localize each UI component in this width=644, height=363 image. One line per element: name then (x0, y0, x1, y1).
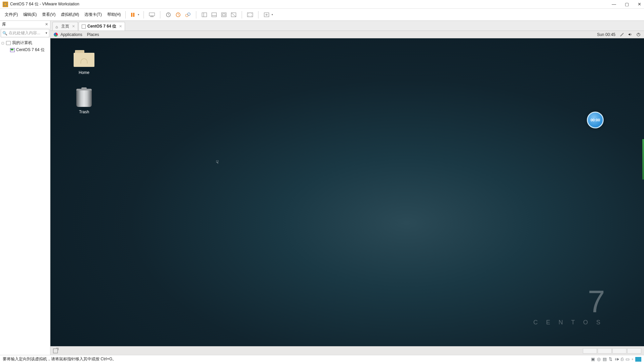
status-chip (598, 348, 612, 354)
chevron-down-icon[interactable]: ▾ (272, 13, 273, 16)
snapshot-take-icon[interactable] (165, 11, 172, 18)
minimize-button[interactable]: — (612, 2, 616, 7)
usb-icon[interactable]: ⇅ (609, 357, 612, 362)
layout-side-icon[interactable] (201, 11, 208, 18)
status-text: 要将输入定向到该虚拟机，请将鼠标指针移入其中或按 Ctrl+G。 (3, 356, 116, 362)
menu-help[interactable]: 帮助(H) (105, 10, 124, 19)
tab-centos[interactable]: CentOS 7 64 位 ✕ (79, 22, 125, 31)
status-chip (612, 348, 627, 354)
maximize-button[interactable]: ▢ (625, 2, 629, 7)
separator (144, 11, 144, 18)
tree-root-my-computer[interactable]: ▢ 我的计算机 (0, 39, 50, 46)
svg-rect-1 (133, 13, 134, 17)
network-adapter-icon[interactable]: ▤ (603, 357, 607, 362)
svg-point-7 (188, 13, 190, 15)
gnome-right: Sun 00:45 (597, 32, 641, 37)
gnome-top-bar: Applications Places Sun 00:45 (50, 31, 644, 38)
toolbar: ▾ ▾ (129, 11, 273, 18)
home-icon: ⌂ (55, 25, 59, 29)
content-area: 库 ✕ 🔍 在此处键入内容... ▼ ▢ 我的计算机 CentOS 7 64 位… (0, 21, 644, 355)
svg-line-15 (231, 13, 236, 17)
edge-handle[interactable] (642, 139, 644, 179)
display-icon[interactable]: ▭ (626, 357, 630, 362)
tree-vm-label: CentOS 7 64 位 (16, 47, 45, 53)
status-chips (583, 348, 641, 354)
cd-icon[interactable]: ◎ (597, 357, 601, 362)
title-bar: CentOS 7 64 位 - VMware Workstation — ▢ ✕ (0, 0, 644, 9)
layout-bottom-icon[interactable] (210, 11, 218, 18)
centos-version: 7 (533, 289, 604, 314)
tab-close-icon[interactable]: ✕ (119, 24, 122, 29)
separator (258, 11, 258, 18)
send-ctrl-alt-del-icon[interactable] (148, 11, 156, 18)
snapshot-revert-icon[interactable] (174, 11, 182, 18)
tab-centos-label: CentOS 7 64 位 (87, 24, 116, 29)
separator (196, 11, 196, 18)
gnome-clock[interactable]: Sun 00:45 (597, 32, 615, 37)
separator (125, 11, 126, 18)
menu-file[interactable]: 文件(F) (2, 10, 21, 19)
floppy-icon[interactable]: ▫ (632, 357, 633, 362)
menu-bar: 文件(F) 编辑(E) 查看(V) 虚拟机(M) 选项卡(T) 帮助(H) (0, 10, 123, 19)
chevron-down-icon[interactable]: ▼ (45, 32, 48, 35)
desktop-trash-icon[interactable]: Trash (67, 89, 101, 114)
main-area: ⌂ 主页 ✕ CentOS 7 64 位 ✕ Applications Plac… (50, 21, 644, 355)
menu-view[interactable]: 查看(V) (39, 10, 58, 19)
desktop-trash-label: Trash (67, 110, 101, 114)
vm-tabs: ⌂ 主页 ✕ CentOS 7 64 位 ✕ (50, 21, 644, 31)
gnome-applications-menu[interactable]: Applications (61, 32, 82, 37)
printer-icon[interactable]: ⎙ (621, 357, 623, 362)
separator (160, 11, 160, 18)
menu-vm[interactable]: 虚拟机(M) (58, 10, 82, 19)
menu-toolbar-row: 文件(F) 编辑(E) 查看(V) 虚拟机(M) 选项卡(T) 帮助(H) ▾ (0, 9, 644, 21)
window-title: CentOS 7 64 位 - VMware Workstation (10, 1, 79, 7)
desktop-home-label: Home (67, 70, 101, 75)
folder-icon (74, 50, 94, 67)
stretch-icon[interactable] (263, 11, 270, 18)
tree-vm-centos[interactable]: CentOS 7 64 位 (0, 46, 50, 53)
layout-full-icon[interactable] (220, 11, 228, 18)
svg-rect-10 (212, 13, 216, 17)
network-icon[interactable] (619, 32, 624, 37)
snapshot-manager-icon[interactable] (184, 11, 192, 18)
timer-widget[interactable]: 00:00 (587, 112, 604, 128)
computer-icon (6, 41, 11, 45)
sound-icon[interactable]: 🕪 (614, 357, 619, 362)
sidebar-close-button[interactable]: ✕ (45, 22, 48, 27)
chevron-down-icon[interactable]: ▾ (138, 13, 139, 16)
sidebar-search-input[interactable]: 🔍 在此处键入内容... ▼ (1, 29, 49, 37)
fullscreen-enter-icon[interactable] (246, 11, 254, 18)
gnome-activities-icon[interactable] (54, 33, 58, 37)
volume-icon[interactable] (628, 32, 632, 37)
status-chip (627, 348, 641, 354)
trash-icon (76, 89, 92, 107)
power-icon[interactable] (636, 32, 641, 37)
menu-tabs[interactable]: 选项卡(T) (82, 10, 104, 19)
window-controls: — ▢ ✕ (612, 2, 641, 7)
pause-button[interactable] (129, 11, 136, 18)
svg-point-6 (186, 14, 188, 17)
status-bar: 要将输入定向到该虚拟机，请将鼠标指针移入其中或按 Ctrl+G。 ▣ ◎ ▤ ⇅… (0, 355, 644, 363)
tab-close-icon[interactable]: ✕ (72, 24, 75, 29)
device-icons: ▣ ◎ ▤ ⇅ 🕪 ⎙ ▭ ▫ (591, 357, 641, 362)
close-button[interactable]: ✕ (638, 2, 641, 7)
menu-edit[interactable]: 编辑(E) (21, 10, 39, 19)
status-chip (583, 348, 597, 354)
tab-home[interactable]: ⌂ 主页 ✕ (52, 22, 78, 31)
svg-rect-0 (131, 13, 132, 17)
fullscreen-exit-icon[interactable] (53, 349, 58, 353)
centos-brand: 7 C E N T O S (533, 289, 604, 326)
separator (242, 11, 242, 18)
timer-value: 00:00 (591, 118, 600, 122)
library-sidebar: 库 ✕ 🔍 在此处键入内容... ▼ ▢ 我的计算机 CentOS 7 64 位 (0, 21, 50, 355)
unity-icon[interactable] (230, 11, 237, 18)
svg-rect-3 (151, 16, 153, 17)
desktop-home-icon[interactable]: Home (67, 50, 101, 75)
gnome-places-menu[interactable]: Places (87, 32, 99, 37)
message-icon[interactable] (635, 357, 641, 362)
guest-desktop[interactable]: Home Trash 00:00 ☟ 7 C E N T O S (50, 38, 644, 346)
harddisk-icon[interactable]: ▣ (591, 357, 595, 362)
vm-icon (82, 25, 86, 29)
centos-name: C E N T O S (533, 319, 604, 326)
collapse-icon[interactable]: ▢ (1, 41, 5, 45)
